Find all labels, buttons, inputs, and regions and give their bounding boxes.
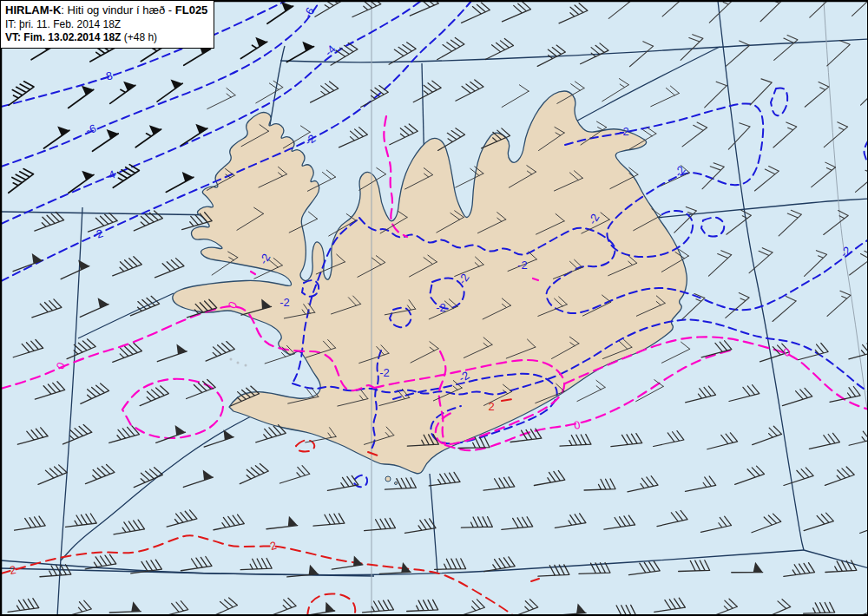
contour-label: 2 [488,400,494,413]
title-box: HIRLAM-K: Hiti og vindur í hæð - FL025 I… [1,1,214,49]
contour-label: -2 [379,366,390,379]
skerry [237,362,240,364]
island [395,482,398,485]
contour-label: -2 [517,259,528,272]
title-text: : Hiti og vindur í hæð - [61,3,175,16]
contour-label: -2 [279,296,290,309]
skerry [230,358,233,361]
model-name: HIRLAM-K [5,3,61,16]
lead-time: (+48 h) [121,31,157,43]
weather-map-canvas: -8-6-6-4-4-2-2-2-2-2-2-2-2-2-2-2-2-20000… [1,1,868,616]
level-label: FL025 [175,3,208,16]
valid-time: VT: Fim. 13.02.2014 18Z [5,31,121,43]
valid-time-line: VT: Fim. 13.02.2014 18Z (+48 h) [5,31,207,44]
init-time: IT: þri. 11. Feb. 2014 18Z [5,18,207,31]
contour-label: -2 [619,125,629,138]
island [385,476,391,482]
contour-label: -2 [436,301,446,314]
weather-map-frame: -8-6-6-4-4-2-2-2-2-2-2-2-2-2-2-2-2-20000… [0,0,868,616]
skerry [245,364,247,367]
map-title: HIRLAM-K: Hiti og vindur í hæð - FL025 [5,3,207,18]
